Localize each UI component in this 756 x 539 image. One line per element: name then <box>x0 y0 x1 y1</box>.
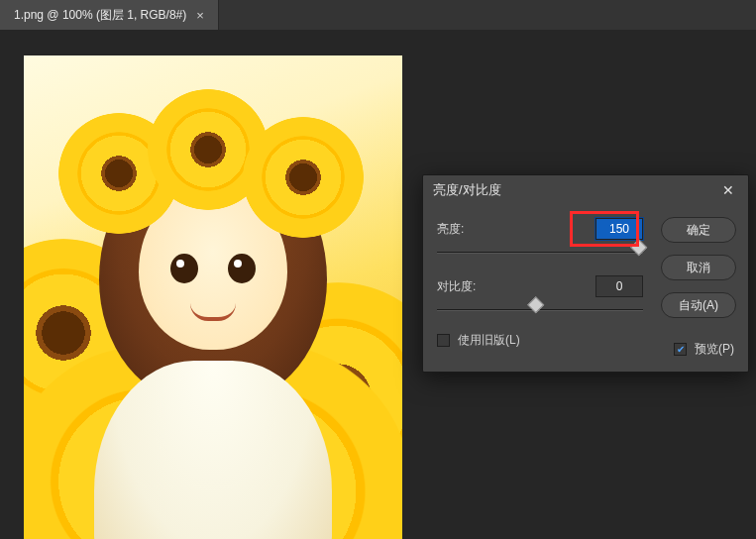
slider-track <box>437 252 643 254</box>
slider-track <box>437 309 643 311</box>
legacy-label: 使用旧版(L) <box>458 332 520 349</box>
document-tab[interactable]: 1.png @ 100% (图层 1, RGB/8#) × <box>0 0 219 30</box>
document-canvas[interactable] <box>24 55 402 539</box>
close-icon[interactable]: × <box>196 8 204 23</box>
brightness-label: 亮度: <box>437 221 500 238</box>
contrast-input[interactable]: 0 <box>595 275 643 297</box>
contrast-slider[interactable] <box>437 302 643 318</box>
brightness-input[interactable]: 150 <box>595 218 643 240</box>
checkbox-icon[interactable] <box>437 334 450 347</box>
brightness-slider[interactable] <box>437 245 643 261</box>
brightness-contrast-dialog: 亮度/对比度 ✕ 亮度: 150 对比度: 0 使用旧版(L) 确定 取消 自动… <box>422 174 749 373</box>
document-tabbar: 1.png @ 100% (图层 1, RGB/8#) × <box>0 0 756 30</box>
preview-checkbox-row[interactable]: 预览(P) <box>674 341 734 358</box>
preview-label: 预览(P) <box>695 341 734 358</box>
dialog-buttons: 确定 取消 自动(A) <box>661 217 736 318</box>
document-tab-title: 1.png @ 100% (图层 1, RGB/8#) <box>14 7 186 24</box>
image-content <box>24 55 402 539</box>
auto-button[interactable]: 自动(A) <box>661 292 736 318</box>
dialog-title: 亮度/对比度 <box>433 181 501 199</box>
dialog-titlebar[interactable]: 亮度/对比度 ✕ <box>423 175 748 205</box>
checkbox-icon[interactable] <box>674 343 687 356</box>
cancel-button[interactable]: 取消 <box>661 255 736 280</box>
close-icon[interactable]: ✕ <box>718 182 738 198</box>
contrast-label: 对比度: <box>437 278 500 295</box>
ok-button[interactable]: 确定 <box>661 217 736 243</box>
